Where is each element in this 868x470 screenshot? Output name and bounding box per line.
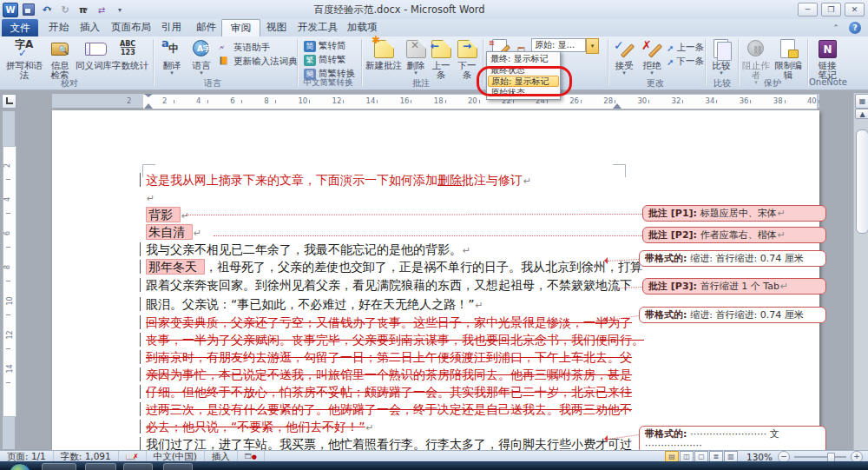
right-indent-marker[interactable] — [613, 100, 621, 109]
ruler-tick — [6, 179, 10, 180]
paragraph-mark: ↵ — [778, 208, 786, 219]
comment-balloon[interactable]: 批注 [P1]: 标题应居中、宋体↵ — [642, 205, 826, 222]
view-ruler-toggle-icon[interactable]: ▦ — [855, 94, 868, 109]
tab-review[interactable]: 审阅 — [221, 19, 260, 36]
document-line: 眼泪。父亲说：“事已如此，不必难过，好在天无绝人之路！”↵ — [146, 295, 621, 313]
word-count-button[interactable]: ABC123 字数统计 — [111, 37, 149, 88]
balloons-icon[interactable]: 🗔 — [517, 40, 529, 51]
simplified-to-traditional-button[interactable]: 繁简转繁 — [304, 54, 346, 66]
tab-layout[interactable]: 页面布局 — [102, 19, 160, 36]
ruler-tick — [6, 382, 10, 383]
ruler-tick — [309, 100, 310, 103]
document-line: 到南京时，有朋友约去游逛，勾留了一日；第二日上午便须渡江到浦口，下午上车北去。父 — [146, 348, 621, 366]
change-bar — [140, 297, 141, 311]
start-orb[interactable] — [9, 463, 31, 470]
delete-comment-icon: ✕ — [404, 37, 427, 60]
document-line: 这是我从网上摘录下来的文章，下面演示一下如何添加删除批注与修订↵ — [146, 171, 621, 189]
tab-file[interactable]: 文件 — [2, 19, 38, 36]
document-line: 我与父亲不相见已二年余了，我最不能忘记的是他的背影。↵ — [146, 241, 621, 258]
window-title: 百度经验示范.docx - Microsoft Word — [0, 3, 799, 17]
next-comment-icon: → — [456, 37, 478, 60]
change-bar — [140, 315, 141, 329]
ruler-tick — [682, 100, 683, 103]
paragraph-mark: ↵ — [778, 229, 786, 241]
taskbar-button[interactable] — [85, 463, 116, 470]
zoom-slider[interactable] — [794, 456, 846, 458]
text-run: 我们过了江，进了车站。我买票，他忙着照看行李。行李太多了，得向脚夫行些小费才可过 — [146, 437, 632, 451]
ruler-tick — [648, 100, 649, 103]
text-run: ，祖母死了，父亲的差使也交卸了，正是祸不单行的日子。我从北京到徐州，打算 — [205, 260, 642, 274]
format-change-arrow — [601, 257, 608, 264]
horizontal-ruler: 2246810121416182022242628303234363840 — [0, 93, 868, 109]
change-bar — [140, 385, 141, 399]
format-change-balloon[interactable]: 带格式的: 缩进: 首行缩进: 0.74 厘米 — [639, 307, 826, 323]
hanging-indent-marker[interactable] — [144, 100, 153, 109]
balloon-label: 带格式的: — [645, 428, 690, 440]
minimize-ribbon-icon[interactable]: ⌃ — [830, 22, 842, 34]
accept-icon: ✓ — [613, 37, 635, 60]
red-highlight-annotation — [477, 66, 572, 96]
change-bar — [140, 333, 141, 347]
tab-mailings[interactable]: 邮件 — [187, 19, 225, 36]
ruler-number: 12 — [6, 330, 14, 339]
taskbar-button[interactable] — [42, 463, 76, 470]
balloon-label: 带格式的: — [645, 309, 690, 321]
scroll-up-icon[interactable]: ▲ — [855, 109, 868, 119]
balloon-text: 标题应居中、宋体 — [700, 208, 777, 219]
traditional-to-simplified-button[interactable]: 简繁转简 — [304, 40, 346, 52]
previous-comment-icon: ← — [430, 37, 452, 60]
thesaurus-icon — [82, 37, 105, 60]
minimize-button[interactable]: ─ — [798, 3, 818, 17]
taskbar-button[interactable] — [123, 463, 153, 470]
tab-references[interactable]: 引用 — [153, 19, 190, 36]
group-label-comments: 批注 — [382, 77, 460, 88]
reject-icon: ✗ — [641, 37, 663, 60]
ruler-tick — [6, 281, 10, 281]
document-line: 那年冬天，祖母死了，父亲的差使也交卸了，正是祸不单行的日子。我从北京到徐州，打算 — [146, 258, 621, 275]
document-line: 跟着父亲奔丧回家。到徐州见着父亲，看见满院狼藉的东西，又想起祖母，不禁簌簌地流下 — [146, 276, 621, 294]
ruler-number: 32 — [672, 96, 681, 105]
language-globe-icon: A字 — [190, 37, 213, 60]
compare-icon — [710, 37, 733, 60]
english-assistant-button[interactable]: 🗲英语助手 — [219, 42, 270, 54]
english-assistant-icon: 🗲 — [219, 43, 231, 54]
balloon-label: 批注 [P1]: — [648, 208, 700, 219]
vertical-scrollbar[interactable]: ▦ ▲ — [853, 93, 868, 450]
ruler-number: 18 — [434, 96, 444, 105]
ruler-tick — [750, 100, 751, 103]
ruler-number: 36 — [740, 96, 749, 105]
ruler-number: 8 — [264, 96, 268, 105]
comment-anchor: 背影 — [146, 207, 181, 222]
update-ime-dictionary-button[interactable]: 📙更新输入法词典 — [219, 56, 298, 68]
taskbar-button[interactable] — [163, 463, 193, 470]
menu-item-最终: 显示标记[interactable]: 最终: 显示标记 — [488, 53, 559, 64]
format-change-balloon[interactable]: 带格式的: 缩进: 首行缩进: 0.74 厘米 — [639, 250, 826, 267]
comment-balloon[interactable]: 批注 [P2]: 作者应靠右、楷体↵ — [642, 227, 826, 243]
comment-balloon[interactable]: 批注 [P3]: 首行缩进 1 个 Tab↵ — [642, 278, 826, 295]
paragraph-mark: ↵ — [463, 245, 470, 256]
next-change-button[interactable]: ➚下一条 — [667, 56, 704, 68]
word-count-icon: ABC123 — [119, 37, 141, 60]
help-icon[interactable]: ? — [849, 22, 861, 34]
restore-button[interactable]: ❐ — [821, 3, 841, 17]
deleted-text: 到南京时，有朋友约去游逛，勾留了一日；第二日上午便须渡江到浦口，下午上车北去。父 — [146, 350, 632, 364]
zoom-level[interactable]: 130% — [746, 452, 773, 462]
group-label-onenote: OneNote — [804, 77, 852, 88]
ruler-number: 30 — [637, 96, 647, 105]
balloon-text: 缩进: 首行缩进: 0.74 厘米 — [690, 253, 803, 264]
restrict-editing-icon — [777, 37, 799, 60]
ruler-number: 2 — [127, 96, 131, 105]
document-line: 亲因为事忙，本已说定不送我，叫旅馆里一个熟识的茶房陪我同去。他再三嘱咐茶房，甚是 — [146, 366, 621, 383]
ruler-tick — [241, 100, 242, 103]
group-label-changes: 更改 — [629, 77, 681, 88]
close-button[interactable]: ✕ — [845, 3, 865, 17]
previous-change-button[interactable]: ➚上一条 — [667, 42, 704, 54]
deleted-text: 丧事，一半为了父亲赋闲。丧事完毕，父亲要到南京谋事，我也要回北京念书，我们便同行… — [146, 333, 644, 347]
research-icon: 🔍 — [49, 37, 71, 60]
windows-taskbar — [0, 461, 868, 470]
deleted-text: 过两三次，是没有什么要紧的了。他踌躇了一会，终于决定还是自己送我去。我两三劝他不 — [146, 402, 632, 416]
next-change-icon: ➚ — [667, 57, 674, 67]
scrollbar-thumb[interactable] — [856, 129, 868, 234]
ruler-tick — [479, 100, 480, 103]
text-run: 跟着父亲奔丧回家。到徐州见着父亲，看见满院狼藉的东西，又想起祖母，不禁簌簌地流下 — [146, 278, 632, 292]
